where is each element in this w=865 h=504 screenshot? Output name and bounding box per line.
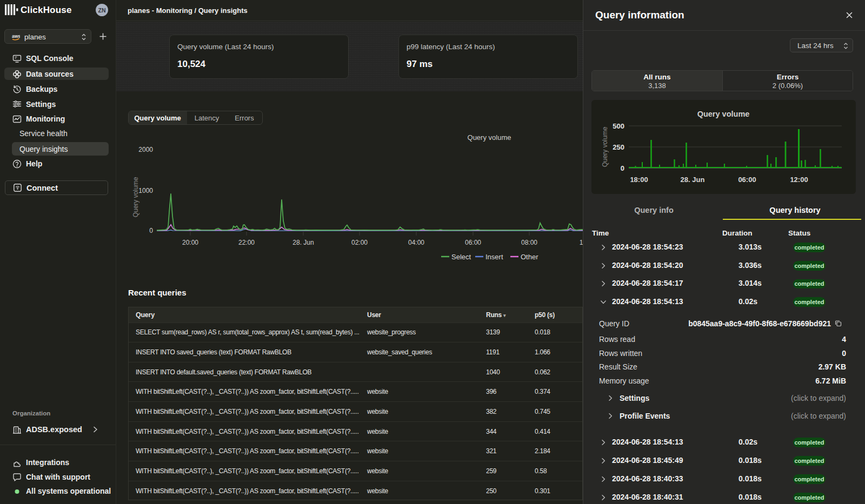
svg-text:06:00: 06:00 (465, 239, 481, 246)
svg-text:20:00: 20:00 (182, 239, 198, 246)
svg-text:18:00: 18:00 (630, 176, 648, 184)
svg-text:08:00: 08:00 (521, 239, 537, 246)
svg-text:Query volume: Query volume (697, 110, 750, 118)
svg-text:500: 500 (613, 122, 624, 130)
svg-text:250: 250 (613, 143, 624, 151)
svg-text:12:00: 12:00 (790, 176, 808, 184)
svg-text:aws: aws (12, 33, 20, 39)
svg-text:04:00: 04:00 (408, 239, 424, 246)
svg-text:0: 0 (149, 227, 153, 234)
svg-text:Insert: Insert (485, 253, 503, 261)
svg-text:0: 0 (621, 164, 624, 172)
svg-text:Query volume: Query volume (132, 177, 139, 217)
svg-text:Select: Select (451, 253, 471, 261)
svg-text:Other: Other (521, 253, 538, 261)
svg-text:Query volume: Query volume (601, 126, 609, 167)
svg-text:28. Jun: 28. Jun (292, 239, 314, 246)
svg-text:2000: 2000 (138, 146, 153, 153)
svg-text:06:00: 06:00 (738, 176, 756, 184)
svg-text:28. Jun: 28. Jun (681, 176, 705, 184)
svg-text:02:00: 02:00 (351, 239, 368, 246)
svg-text:22:00: 22:00 (238, 239, 255, 246)
svg-text:1000: 1000 (138, 187, 153, 194)
